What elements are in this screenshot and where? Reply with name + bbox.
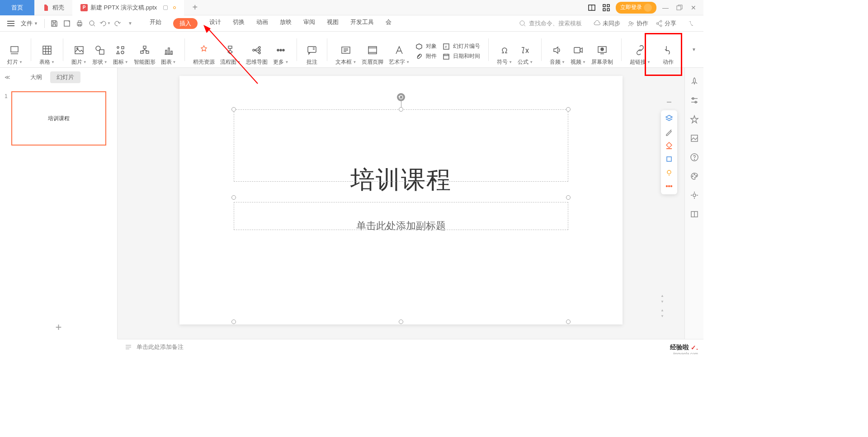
icon-button[interactable]: 图标▼ xyxy=(110,37,131,66)
crop-button[interactable] xyxy=(663,153,675,165)
undo-icon[interactable]: ▼ xyxy=(99,18,111,29)
new-slide-button[interactable]: 灯片▼ xyxy=(5,37,25,66)
menu-tab-insert[interactable]: 插入 xyxy=(173,18,198,29)
menu-tab-view[interactable]: 视图 xyxy=(327,18,339,29)
menu-tab-member[interactable]: 会 xyxy=(386,18,392,29)
search-box[interactable]: 查找命令、搜索模板 xyxy=(514,19,586,28)
header-footer-button[interactable]: 页眉页脚 xyxy=(359,37,386,66)
menu-tab-review[interactable]: 审阅 xyxy=(303,18,315,29)
close-button[interactable]: ✕ xyxy=(689,4,698,11)
add-slide-button[interactable]: + xyxy=(0,315,117,339)
datetime-button[interactable]: 日期和时间 xyxy=(442,52,480,61)
mindmap-button[interactable]: 思维导图 xyxy=(243,37,270,66)
thumb-number: 1 xyxy=(5,93,8,99)
qat-more-icon[interactable]: ▼ xyxy=(124,18,136,29)
collab-button[interactable]: 协作 xyxy=(627,19,648,28)
resize-handle[interactable] xyxy=(566,107,571,112)
help-icon[interactable] xyxy=(690,153,699,162)
title-bar-right: 立即登录 — ✕ xyxy=(587,2,703,14)
notes-bar[interactable]: 单击此处添加备注 xyxy=(118,339,703,354)
layout-icon[interactable] xyxy=(587,3,597,13)
table-button[interactable]: 表格▼ xyxy=(37,37,57,66)
more-float-button[interactable] xyxy=(663,180,675,193)
docer-resource-button[interactable]: 稻壳资源 xyxy=(190,37,217,66)
collapse-panel-button[interactable]: ≪ xyxy=(5,74,10,80)
slide-canvas[interactable]: 培训课程 单击此处添加副标题 xyxy=(179,76,623,324)
resize-handle[interactable] xyxy=(566,320,571,324)
rocket-icon[interactable] xyxy=(690,77,699,86)
print-icon[interactable] xyxy=(74,18,85,29)
slides-tab[interactable]: 幻灯片 xyxy=(50,71,80,83)
equation-button[interactable]: 公式▼ xyxy=(515,37,536,66)
video-button[interactable]: 视频▼ xyxy=(568,37,589,66)
chart-button[interactable]: 图表▼ xyxy=(158,37,179,66)
share-button[interactable]: 分享 xyxy=(656,19,676,28)
resize-handle[interactable] xyxy=(399,107,403,112)
apps-icon[interactable] xyxy=(601,3,611,13)
panel-header: ≪ 大纲 幻灯片 xyxy=(0,68,117,87)
slide-thumbnail[interactable]: 培训课程 xyxy=(11,91,106,146)
vertical-scrollbar[interactable]: ▲▼▲▼ xyxy=(660,294,665,321)
svg-rect-6 xyxy=(677,6,681,10)
collapse-float-button[interactable] xyxy=(663,96,675,108)
login-button[interactable]: 立即登录 xyxy=(616,2,656,14)
resize-handle[interactable] xyxy=(231,195,236,200)
animation-icon[interactable] xyxy=(690,191,699,200)
pen-button[interactable] xyxy=(663,126,675,138)
textbox-button[interactable]: 文本框▼ xyxy=(333,37,359,66)
outline-tab[interactable]: 大纲 xyxy=(24,71,48,83)
layer-button[interactable] xyxy=(663,112,675,125)
resize-handle[interactable] xyxy=(566,195,571,200)
maximize-button[interactable] xyxy=(675,3,684,13)
minimize-button[interactable]: — xyxy=(661,4,670,11)
resize-handle[interactable] xyxy=(231,107,236,112)
tab-docer[interactable]: 稻壳 xyxy=(34,0,72,15)
design-icon[interactable] xyxy=(690,172,699,181)
rotation-handle[interactable] xyxy=(397,93,405,101)
slide-title-text[interactable]: 培训课程 xyxy=(234,164,568,197)
sync-status[interactable]: 未同步 xyxy=(594,19,620,28)
idea-button[interactable] xyxy=(663,166,675,179)
reading-icon[interactable] xyxy=(690,210,699,219)
screen-record-button[interactable]: 屏幕录制 xyxy=(589,37,616,66)
save-icon[interactable] xyxy=(48,18,60,29)
tab-home[interactable]: 首页 xyxy=(0,0,34,15)
menu-tab-design[interactable]: 设计 xyxy=(209,18,221,29)
symbol-button[interactable]: 符号▼ xyxy=(494,37,515,66)
more-button[interactable]: 更多▼ xyxy=(270,37,291,66)
tab-current-document[interactable]: P 新建 PPTX 演示文稿.pptx xyxy=(72,0,184,15)
smartart-button[interactable]: 智能图形 xyxy=(131,37,158,66)
hyperlink-button[interactable]: 超链接▼ xyxy=(627,37,653,66)
wordart-button[interactable]: 艺术字▼ xyxy=(386,37,412,66)
menu-tab-developer[interactable]: 开发工具 xyxy=(350,18,374,29)
object-button[interactable]: 对象 xyxy=(415,42,437,51)
hamburger-icon[interactable] xyxy=(7,21,14,26)
resize-handle[interactable] xyxy=(399,320,403,324)
new-tab-button[interactable]: + xyxy=(184,0,200,15)
slide-subtitle-placeholder[interactable]: 单击此处添加副标题 xyxy=(234,219,568,233)
print-preview-icon[interactable] xyxy=(61,18,73,29)
comment-button[interactable]: 批注 xyxy=(302,37,321,66)
shape-button[interactable]: 形状▼ xyxy=(90,37,110,66)
file-menu[interactable]: 文件▼ xyxy=(18,19,41,28)
menu-tab-slideshow[interactable]: 放映 xyxy=(280,18,292,29)
fill-button[interactable] xyxy=(663,139,675,152)
menu-tab-start[interactable]: 开始 xyxy=(150,18,161,29)
preview-icon[interactable] xyxy=(86,18,98,29)
ribbon-dropdown-icon[interactable]: ▼ xyxy=(686,47,702,52)
picture-button[interactable]: 图片▼ xyxy=(69,37,90,66)
menu-tab-animation[interactable]: 动画 xyxy=(256,18,268,29)
menu-tab-transition[interactable]: 切换 xyxy=(233,18,245,29)
star-icon[interactable] xyxy=(690,115,699,124)
audio-button[interactable]: 音频▼ xyxy=(547,37,568,66)
redo-icon[interactable] xyxy=(112,18,123,29)
action-button[interactable]: 动作 xyxy=(659,37,678,66)
template-icon[interactable] xyxy=(690,134,699,143)
title-textbox[interactable]: 培训课程 单击此处添加副标题 xyxy=(234,109,568,339)
attachment-button[interactable]: 附件 xyxy=(415,52,437,61)
flowchart-button[interactable]: 流程图▼ xyxy=(217,37,244,66)
settings-slider-icon[interactable] xyxy=(690,96,699,105)
resize-handle[interactable] xyxy=(231,320,236,324)
collapse-ribbon-button[interactable]: ㄟ xyxy=(684,19,699,28)
slide-number-button[interactable]: #幻灯片编号 xyxy=(442,42,480,51)
